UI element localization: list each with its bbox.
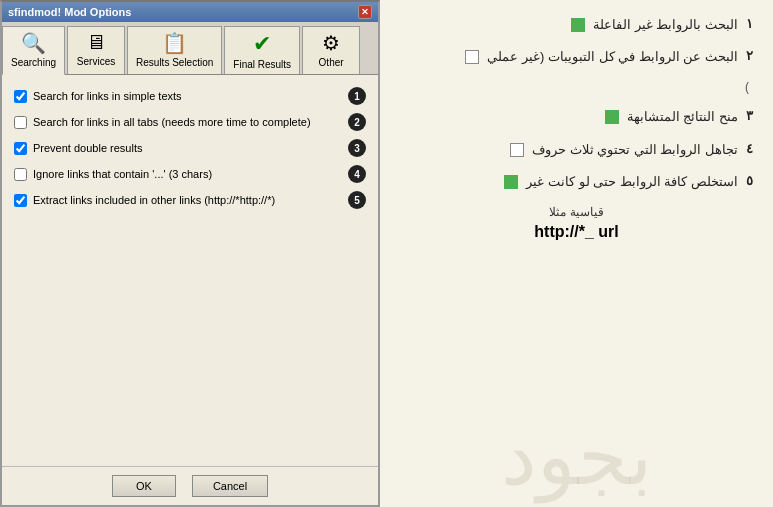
arabic-num-5: ٥ (746, 173, 753, 188)
checkbox-5[interactable] (14, 194, 27, 207)
option-row-4: Ignore links that contain '...' (3 chars… (14, 165, 366, 183)
option-row-5: Extract links included in other links (h… (14, 191, 366, 209)
badge-4: 4 (348, 165, 366, 183)
arabic-num-1: ١ (746, 16, 753, 31)
option-label-5: Extract links included in other links (h… (33, 194, 342, 206)
option-row-1: Search for links in simple texts 1 (14, 87, 366, 105)
badge-3: 3 (348, 139, 366, 157)
green-box-1 (571, 18, 585, 32)
checkbox-2[interactable] (14, 116, 27, 129)
checkbox-3[interactable] (14, 142, 27, 155)
option-row-3: Prevent double results 3 (14, 139, 366, 157)
green-box-5 (504, 175, 518, 189)
arabic-text-1: البحث بالروابط غير الفاعلة (593, 16, 738, 34)
arabic-item-3: ٣ منح النتائج المتشابهة (400, 108, 753, 126)
options-content: Search for links in simple texts 1 Searc… (2, 75, 378, 466)
tab-services-label: Services (77, 56, 115, 67)
arabic-text-5: استخلص كافة الروابط حتى لو كانت غير (526, 173, 738, 191)
arabic-url-section: قياسية مثلا http://*_ url (400, 205, 753, 241)
other-icon: ⚙ (322, 31, 340, 55)
tab-bar: 🔍 Searching 🖥 Services 📋 Results Selecti… (2, 22, 378, 75)
empty-box-4 (510, 143, 524, 157)
badge-5: 5 (348, 191, 366, 209)
final-icon: ✔ (253, 31, 271, 57)
arabic-item-1: ١ البحث بالروابط غير الفاعلة (400, 16, 753, 34)
close-button[interactable]: ✕ (358, 5, 372, 19)
arabic-item-2: ٢ البحث عن الروابط في كل التبويبات (غير … (400, 48, 753, 66)
arabic-item-5: ٥ استخلص كافة الروابط حتى لو كانت غير (400, 173, 753, 191)
url-text: http://*_ url (400, 223, 753, 241)
dialog-window: sfindmod! Mod Options ✕ 🔍 Searching 🖥 Se… (0, 0, 380, 507)
badge-2: 2 (348, 113, 366, 131)
arabic-num-3: ٣ (746, 108, 753, 123)
tab-results-label: Results Selection (136, 57, 213, 68)
arabic-paren: ) (400, 80, 753, 94)
option-label-4: Ignore links that contain '...' (3 chars… (33, 168, 342, 180)
arabic-text-3: منح النتائج المتشابهة (627, 108, 738, 126)
tab-other[interactable]: ⚙ Other (302, 26, 360, 74)
arabic-num-4: ٤ (746, 141, 753, 156)
arabic-item-4: ٤ تجاهل الروابط التي تحتوي ثلاث حروف (400, 141, 753, 159)
ok-button[interactable]: OK (112, 475, 176, 497)
option-label-2: Search for links in all tabs (needs more… (33, 116, 342, 128)
arabic-num-2: ٢ (746, 48, 753, 63)
option-label-3: Prevent double results (33, 142, 342, 154)
option-label-1: Search for links in simple texts (33, 90, 342, 102)
arabic-text-2: البحث عن الروابط في كل التبويبات (غير عم… (487, 48, 738, 66)
searching-icon: 🔍 (21, 31, 46, 55)
arabic-panel: بجود ١ البحث بالروابط غير الفاعلة ٢ البح… (380, 0, 773, 507)
services-icon: 🖥 (86, 31, 106, 54)
green-box-3 (605, 110, 619, 124)
cancel-button[interactable]: Cancel (192, 475, 268, 497)
dialog-footer: OK Cancel (2, 466, 378, 505)
tab-searching-label: Searching (11, 57, 56, 68)
tab-searching[interactable]: 🔍 Searching (2, 26, 65, 75)
dialog-title: sfindmod! Mod Options (8, 6, 131, 18)
tab-services[interactable]: 🖥 Services (67, 26, 125, 74)
badge-1: 1 (348, 87, 366, 105)
tab-other-label: Other (319, 57, 344, 68)
watermark: بجود (380, 417, 773, 497)
checkbox-4[interactable] (14, 168, 27, 181)
empty-box-2 (465, 50, 479, 64)
tab-results-selection[interactable]: 📋 Results Selection (127, 26, 222, 74)
checkbox-1[interactable] (14, 90, 27, 103)
url-label: قياسية مثلا (400, 205, 753, 219)
results-icon: 📋 (162, 31, 187, 55)
title-bar: sfindmod! Mod Options ✕ (2, 2, 378, 22)
tab-final-results[interactable]: ✔ Final Results (224, 26, 300, 74)
arabic-text-4: تجاهل الروابط التي تحتوي ثلاث حروف (532, 141, 738, 159)
option-row-2: Search for links in all tabs (needs more… (14, 113, 366, 131)
tab-final-label: Final Results (233, 59, 291, 70)
